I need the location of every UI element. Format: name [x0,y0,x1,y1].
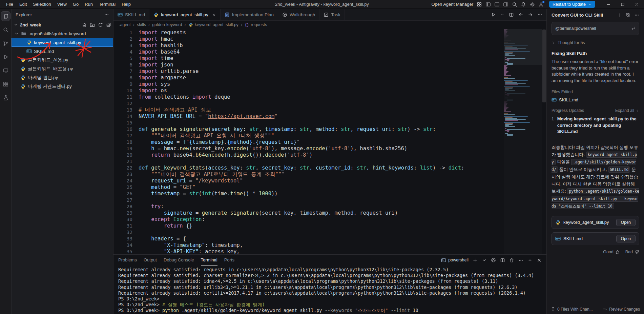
shell-selector[interactable]: powershell [441,258,469,263]
restart-to-update-button[interactable]: Restart to Update [549,1,595,8]
chevron-down-button[interactable] [500,13,504,17]
close-button[interactable] [630,0,644,9]
new-folder-button[interactable] [90,22,95,27]
trash-button[interactable] [509,258,514,263]
file-card-keyword-agent-skill-py[interactable]: keyword_agent_skill.pyOpen [552,216,639,229]
workspace-section-header[interactable]: 2nd_week [12,20,113,29]
minimize-button[interactable] [601,0,616,9]
run-button[interactable] [491,12,496,17]
code-line: def generate_signature(secret_key: str, … [139,126,499,133]
breadcrumb-agent[interactable]: .agent [119,22,131,27]
arrow-left-button[interactable] [518,12,523,17]
close-button[interactable] [537,258,542,263]
menu-go[interactable]: Go [70,1,81,7]
explorer-title: Explorer [16,12,32,17]
close-tab-button[interactable] [212,13,216,17]
plus-button[interactable] [617,13,622,18]
minimap[interactable] [504,29,542,254]
panel-tab-ports[interactable]: Ports [224,255,234,266]
feedback-good-button[interactable]: Good [603,250,620,254]
panel-tab-output[interactable]: Output [144,255,157,266]
at-button[interactable] [491,258,496,263]
menu-file[interactable]: File [3,1,16,7]
panel-bottom-button[interactable] [494,2,500,7]
review-changes-button[interactable]: Review Changes [603,307,640,312]
line-number: 15 [113,120,132,126]
ellipsis-button[interactable] [518,258,523,263]
activity-remote-button[interactable] [1,66,10,75]
panel-tab-debug-console[interactable]: Debug Console [164,255,194,266]
menu-view[interactable]: View [55,1,69,7]
tab-walkthrough[interactable]: Walkthrough [278,9,319,20]
breadcrumb-label: requests [251,22,267,27]
tab-skill-md[interactable]: SKILL.md [113,9,149,20]
file-마케팅-커맨드센터-py[interactable]: 마케팅 커맨드센터.py [12,82,113,91]
files-with-changes-button[interactable]: 0 Files With Chan... [551,307,593,312]
split-button[interactable] [500,258,505,263]
refresh-button[interactable] [98,22,103,27]
code-editor[interactable]: 1234567891011121314151617181920212223242… [113,29,546,254]
editor-actions [491,9,546,20]
panel-tab-problems[interactable]: Problems [118,255,137,266]
collapse-button[interactable] [106,22,111,27]
open-file-button[interactable]: Open [616,235,636,242]
tab-task[interactable]: Task [319,9,345,20]
file-마케팅-캡틴-py[interactable]: 마케팅 캡틴.py [12,73,113,82]
search-button[interactable] [512,2,517,7]
plus-button[interactable] [473,258,478,263]
explorer-more-button[interactable] [104,12,109,17]
edited-file-skill-md[interactable]: SKILL.md [552,97,639,102]
chevron-down-button[interactable] [482,258,487,263]
activity-debug-button[interactable] [1,52,10,61]
grid-button[interactable] [477,2,482,7]
chevron-up-button[interactable] [527,258,533,263]
ellipsis-button[interactable] [537,12,542,17]
panel-left-button[interactable] [485,2,491,7]
maximize-button[interactable] [616,0,630,9]
editor-scrollbar[interactable] [542,29,546,254]
history-button[interactable] [626,13,631,18]
activity-search-button[interactable] [1,25,10,34]
breadcrumb-keyword-agent-skill-py[interactable]: keyword_agent_skill.py [188,22,238,27]
breadcrumb-skills[interactable]: skills [137,22,146,27]
activity-beaker-button[interactable] [1,93,10,102]
new-file-button[interactable] [82,22,87,27]
menu-edit[interactable]: Edit [17,1,29,7]
tab-keyword-agent-skill-py[interactable]: keyword_agent_skill.py [149,9,221,20]
send-icon[interactable] [631,26,636,31]
file-cards: keyword_agent_skill.pyOpenSKILL.mdOpen [552,216,639,245]
open-agent-manager-button[interactable]: Open Agent Manager [431,2,473,7]
menu-run[interactable]: Run [82,1,96,7]
breadcrumb-requests[interactable]: {}requests [245,22,267,27]
file-skill-md[interactable]: SKILL.md [12,47,113,56]
file-agent-skills-golden-keyword[interactable]: .agent\skills\golden-keyword [12,29,113,38]
gear-button[interactable] [529,2,535,7]
thought-toggle[interactable]: Thought for 5s [552,40,639,45]
panel-right-button[interactable] [503,2,508,7]
breadcrumb-golden-keyword[interactable]: golden-keyword [152,22,182,27]
activity-extensions-button[interactable] [1,79,10,89]
menu-help[interactable]: Help [119,1,133,7]
file-keyword-agent-skill-py[interactable]: keyword_agent_skill.py [12,38,113,47]
file-골든키워드-ai용-py[interactable]: 골든키워드_AI용.py [12,56,113,64]
file-골든키워드-배포용-py[interactable]: 골든키워드_배포용.py [12,64,113,73]
activity-files-button[interactable] [1,12,10,21]
file-card-skill-md[interactable]: SKILL.mdOpen [552,232,639,245]
scrollbar-thumb[interactable] [542,30,546,102]
menu-terminal[interactable]: Terminal [96,1,118,7]
menu-selection[interactable]: Selection [30,1,54,7]
feedback-bad-button[interactable]: Bad [625,250,639,254]
agent-input[interactable]: @terminal:powershell [552,22,639,35]
terminal-output[interactable]: Requirement already satisfied: requests … [118,267,544,313]
open-file-button[interactable]: Open [616,219,636,226]
progress-step[interactable]: 1 Moving keyword_agent_skill.py to the c… [552,116,639,135]
tab-implementation-plan[interactable]: Implementation Plan [221,9,278,20]
ellipsis-button[interactable] [634,13,639,18]
bell-button[interactable] [521,2,526,7]
activity-git-button[interactable] [1,39,10,48]
split-button[interactable] [509,12,514,17]
account-button[interactable] [538,2,544,7]
arrow-right-button[interactable] [528,12,533,17]
panel-tab-terminal[interactable]: Terminal [201,255,217,266]
expand-all-button[interactable]: Expand all [615,108,639,113]
